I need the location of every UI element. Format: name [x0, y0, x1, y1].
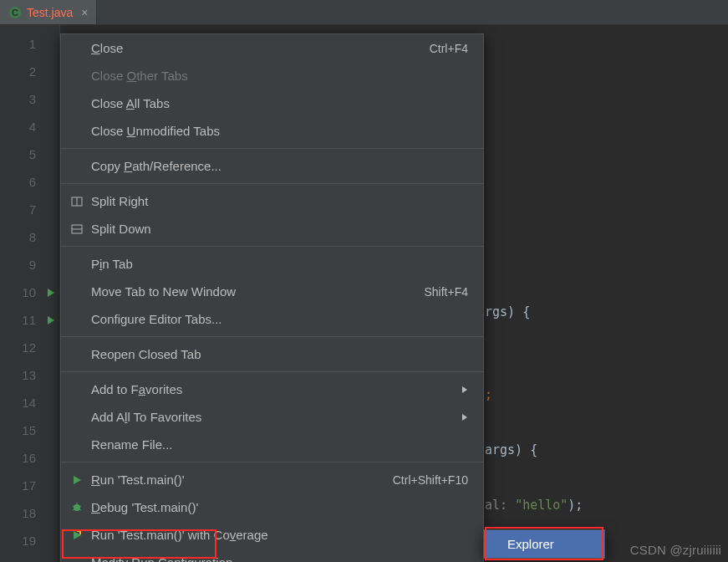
- submenu-open-in: Explorer: [483, 529, 605, 559]
- menu-label: Close Unmodified Tabs: [91, 124, 468, 138]
- menu-separator: [61, 246, 483, 247]
- menu-item[interactable]: Close All Tabs: [61, 89, 483, 117]
- menu-item[interactable]: Copy Path/Reference...: [61, 152, 483, 180]
- gutter: 12345678910111213141516171819: [0, 25, 60, 562]
- menu-item[interactable]: Run 'Test.main()'Ctrl+Shift+F10: [61, 466, 483, 493]
- gutter-line[interactable]: 3: [0, 85, 59, 113]
- menu-label: Rename File...: [91, 437, 468, 452]
- run-icon: [68, 474, 86, 486]
- menu-label: Add All To Favorites: [91, 410, 453, 424]
- tab-title: Test.java: [27, 6, 73, 19]
- menu-label: Pin Tab: [91, 257, 468, 271]
- menu-item[interactable]: Add All To Favorites: [61, 403, 483, 431]
- menu-label: Copy Path/Reference...: [91, 159, 468, 173]
- code-fragment: rgs) {: [485, 304, 530, 319]
- gutter-line[interactable]: 17: [0, 472, 59, 499]
- gutter-line[interactable]: 11: [0, 306, 59, 334]
- code-text: rgs) {: [485, 304, 530, 319]
- menu-label: Close: [91, 41, 430, 55]
- submenu-label: Explorer: [507, 537, 589, 551]
- gutter-line[interactable]: 7: [0, 196, 59, 223]
- submenu-arrow-icon: [461, 382, 468, 396]
- menu-label: Close Other Tabs: [91, 69, 468, 83]
- debug-icon: [68, 502, 86, 513]
- gutter-line[interactable]: 6: [0, 168, 59, 196]
- menu-label: Configure Editor Tabs...: [91, 312, 468, 326]
- code-text: al:: [485, 498, 515, 513]
- menu-item[interactable]: Rename File...: [61, 431, 483, 458]
- menu-shortcut: Ctrl+Shift+F10: [393, 473, 468, 487]
- menu-label: Debug 'Test.main()': [91, 500, 468, 514]
- menu-item: Close Other Tabs: [61, 62, 483, 89]
- gutter-line[interactable]: 13: [0, 361, 59, 389]
- java-class-icon: C: [8, 6, 22, 19]
- svg-line-10: [73, 509, 74, 510]
- menu-shortcut: Ctrl+F4: [430, 42, 468, 55]
- menu-separator: [61, 462, 483, 462]
- split-down-icon: [68, 223, 86, 235]
- menu-separator: [61, 371, 483, 372]
- submenu-item[interactable]: Explorer: [484, 530, 604, 558]
- svg-point-6: [74, 504, 80, 511]
- menu-label: Move Tab to New Window: [91, 284, 424, 299]
- menu-item[interactable]: Debug 'Test.main()': [61, 493, 483, 521]
- menu-item[interactable]: Move Tab to New WindowShift+F4: [61, 278, 483, 305]
- menu-item[interactable]: Configure Editor Tabs...: [61, 305, 483, 333]
- split-right-icon: [68, 196, 86, 207]
- gutter-line[interactable]: 5: [0, 140, 59, 168]
- menu-separator: [61, 336, 483, 337]
- code-text: "hello": [515, 498, 568, 513]
- menu-separator: [61, 183, 483, 184]
- menu-item[interactable]: Run 'Test.main()' with Coverage: [61, 521, 483, 549]
- code-fragment: ;: [485, 387, 492, 402]
- menu-label: Run 'Test.main()' with Coverage: [91, 528, 468, 542]
- menu-label: Reopen Closed Tab: [91, 347, 468, 361]
- gutter-line[interactable]: 4: [0, 113, 59, 140]
- code-fragment: al: "hello");: [485, 498, 583, 513]
- menu-item[interactable]: Split Down: [61, 215, 483, 243]
- menu-item[interactable]: Modify Run Configuration...: [61, 549, 483, 562]
- menu-item[interactable]: Close Unmodified Tabs: [61, 117, 483, 145]
- menu-item[interactable]: Reopen Closed Tab: [61, 340, 483, 368]
- gutter-line[interactable]: 14: [0, 389, 59, 416]
- menu-item[interactable]: CloseCtrl+F4: [61, 34, 483, 62]
- submenu-arrow-icon: [461, 410, 468, 424]
- watermark: CSDN @zjruiiiiii: [630, 543, 721, 557]
- menu-label: Close All Tabs: [91, 96, 468, 110]
- gutter-line[interactable]: 18: [0, 499, 59, 527]
- tab-bar: C Test.java ×: [0, 0, 728, 25]
- code-text: );: [568, 498, 583, 513]
- context-menu: CloseCtrl+F4Close Other TabsClose All Ta…: [60, 33, 484, 562]
- gutter-line[interactable]: 9: [0, 251, 59, 278]
- menu-label: Add to Favorites: [91, 382, 453, 396]
- code-fragment: args) {: [485, 442, 537, 457]
- gutter-line[interactable]: 10: [0, 278, 59, 306]
- gutter-line[interactable]: 15: [0, 416, 59, 444]
- gutter-line[interactable]: 1: [0, 30, 59, 58]
- svg-line-11: [79, 509, 81, 510]
- menu-label: Split Down: [91, 222, 468, 236]
- gutter-line[interactable]: 19: [0, 527, 59, 554]
- editor-tab[interactable]: C Test.java ×: [0, 0, 97, 24]
- menu-label: Run 'Test.main()': [91, 473, 393, 487]
- menu-separator: [61, 148, 483, 149]
- gutter-line[interactable]: 2: [0, 58, 59, 85]
- gutter-line[interactable]: 12: [0, 334, 59, 361]
- close-icon[interactable]: ×: [81, 6, 88, 19]
- gutter-line[interactable]: 8: [0, 223, 59, 251]
- svg-text:C: C: [12, 8, 18, 18]
- gutter-line[interactable]: 16: [0, 444, 59, 472]
- menu-label: Modify Run Configuration...: [91, 555, 468, 562]
- coverage-icon: [68, 529, 86, 541]
- menu-item[interactable]: Add to Favorites: [61, 376, 483, 403]
- menu-item[interactable]: Pin Tab: [61, 250, 483, 278]
- menu-shortcut: Shift+F4: [424, 285, 468, 299]
- menu-label: Split Right: [91, 194, 468, 208]
- menu-item[interactable]: Split Right: [61, 187, 483, 215]
